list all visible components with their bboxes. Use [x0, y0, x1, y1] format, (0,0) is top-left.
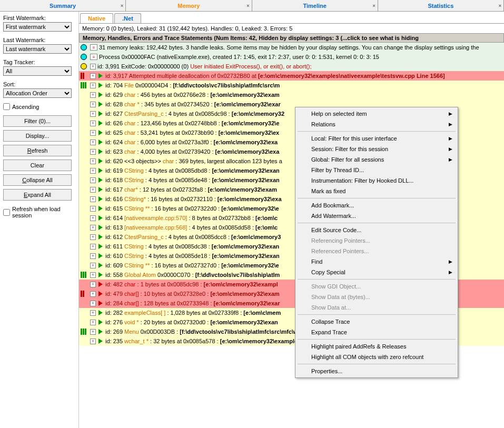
row-text: id: 479 char[] : 10 bytes at 0x027328e0 …	[105, 291, 280, 297]
submenu-arrow-icon: ▶	[449, 146, 452, 152]
main-tab-summary[interactable]: Summary×	[0, 0, 126, 11]
expand-icon[interactable]: +	[90, 263, 96, 268]
filter-button[interactable]: Filter (0)...	[3, 115, 72, 127]
expand-icon[interactable]: +	[90, 177, 96, 183]
menu-item[interactable]: Highlight all COM objects with zero refc…	[297, 352, 457, 362]
triangle-icon	[98, 121, 103, 126]
status-circle-icon	[80, 53, 87, 61]
triangle-icon	[98, 206, 103, 211]
sub-tab-net[interactable]: .Net	[114, 13, 141, 23]
row-text: id: 620 <<3 objects>> char : 369 bytes, …	[105, 158, 282, 164]
row-text: id: 3,991 ExitCode: 0x00000000 (0) User …	[97, 63, 312, 69]
expand-icon[interactable]: +	[90, 282, 96, 287]
display-button[interactable]: Display...	[3, 130, 72, 142]
context-menu: Help on selected item▶Relations▶Local: F…	[295, 107, 458, 378]
expand-icon[interactable]: +	[90, 253, 96, 259]
expand-icon[interactable]: +	[90, 121, 96, 126]
expand-icon[interactable]: +	[90, 320, 96, 325]
expand-icon[interactable]: +	[90, 339, 96, 344]
expand-icon[interactable]: +	[90, 196, 96, 202]
menu-item[interactable]: Expand Trace	[297, 327, 457, 337]
info-row[interactable]: ≡31 memory leaks: 192,442 bytes. 3 handl…	[79, 43, 504, 52]
close-icon[interactable]: ×	[372, 3, 375, 8]
close-icon[interactable]: ×	[499, 3, 501, 8]
menu-item[interactable]: Properties...	[297, 366, 457, 376]
row-text: id: 610 CString : 4 bytes at 0x0085de18 …	[105, 253, 280, 259]
menu-item[interactable]: Local: Filter for this user interface▶	[297, 133, 457, 144]
triangle-icon	[98, 73, 103, 78]
expand-icon[interactable]: +	[90, 92, 96, 98]
header-bar[interactable]: Memory, Handles, Errors and Trace Statem…	[79, 33, 504, 43]
info-row[interactable]: ≡Process 0x00000FAC (nativeExample.exe),…	[79, 52, 504, 62]
row-text: id: 625 char : 53,241 bytes at 0x0273bb9…	[105, 130, 279, 136]
expand-icon[interactable]: +	[90, 225, 96, 231]
sub-tab-native[interactable]: Native	[80, 13, 113, 23]
expand-icon[interactable]: +	[90, 130, 96, 136]
info-row[interactable]: +id: 3,991 ExitCode: 0x00000000 (0) User…	[79, 62, 504, 71]
ascending-checkbox[interactable]	[3, 103, 10, 110]
clear-button[interactable]: Clear	[3, 160, 72, 171]
menu-item[interactable]: Copy Special▶	[297, 267, 457, 277]
sub-tabs: Native.Net	[79, 12, 504, 23]
expand-icon[interactable]: +	[90, 272, 96, 278]
expand-icon[interactable]: +	[90, 168, 96, 174]
menu-item[interactable]: Find▶	[297, 256, 457, 267]
menu-item[interactable]: Collapse Trace	[297, 316, 457, 327]
menu-item: Referencing Pointers...	[297, 235, 457, 246]
expand-icon[interactable]: +	[90, 291, 96, 297]
refresh-load-checkbox[interactable]	[3, 209, 10, 216]
expand-icon[interactable]: +	[90, 187, 96, 193]
triangle-icon	[98, 329, 103, 334]
row-text: id: 628 char * : 345 bytes at 0x02734520…	[105, 101, 281, 107]
expand-icon[interactable]: +	[90, 83, 96, 88]
expand-icon[interactable]: +	[90, 244, 96, 250]
row-text: id: 617 char* : 12 bytes at 0x02732fa8 :…	[105, 186, 277, 193]
menu-item[interactable]: Session: Filter for this session▶	[297, 144, 457, 154]
expand-icon[interactable]: +	[90, 73, 96, 79]
expand-icon[interactable]: +	[90, 149, 96, 155]
submenu-arrow-icon: ▶	[449, 136, 452, 141]
expand-all-button[interactable]: Expand All	[3, 189, 72, 201]
expand-icon[interactable]: +	[90, 111, 96, 117]
expand-icon[interactable]: +	[90, 102, 96, 107]
main-tab-timeline[interactable]: Timeline×	[252, 0, 378, 11]
main-tab-memory[interactable]: Memory×	[126, 0, 252, 11]
expand-icon[interactable]: +	[90, 215, 96, 221]
expand-icon[interactable]: +	[90, 206, 96, 212]
menu-item[interactable]: Add Watermark...	[297, 211, 457, 221]
collapse-all-button[interactable]: Collapse All	[3, 174, 72, 186]
menu-item[interactable]: Edit Source Code...	[297, 225, 457, 235]
expand-icon[interactable]: +	[90, 329, 96, 335]
close-icon[interactable]: ×	[246, 3, 249, 8]
expand-icon[interactable]: +	[90, 158, 96, 164]
memory-row[interactable]: +id: 704 File 0x000004D4 : [f:\dd\vctool…	[79, 81, 504, 90]
menu-item[interactable]: Relations▶	[297, 119, 457, 130]
tag-tracker-select[interactable]: All	[3, 66, 72, 76]
expand-icon[interactable]: +	[90, 64, 96, 69]
menu-item[interactable]: Help on selected item▶	[297, 108, 457, 119]
menu-item[interactable]: Add Bookmark...	[297, 200, 457, 211]
row-text: id: 629 char : 456 bytes at 0x02766e28 :…	[105, 92, 280, 98]
menu-item[interactable]: Global: Filter for all sessions▶	[297, 154, 457, 165]
memory-row[interactable]: +id: 3,917 Attempted multiple deallocati…	[79, 71, 504, 81]
triangle-icon	[98, 140, 103, 145]
memory-row[interactable]: +id: 629 char : 456 bytes at 0x02766e28 …	[79, 90, 504, 99]
expand-icon[interactable]: +	[90, 234, 96, 240]
menu-item[interactable]: Filter by Thread ID...	[297, 165, 457, 175]
menu-item[interactable]: Mark as fixed	[297, 186, 457, 196]
menu-item: Referenced Pointers...	[297, 246, 457, 256]
menu-item[interactable]: Highlight paired AddRefs & Releases	[297, 341, 457, 352]
first-watermark-select[interactable]: First watermark	[3, 22, 72, 32]
triangle-icon	[98, 244, 103, 249]
row-text: id: 613 [nativeexample.cpp:568] : 4 byte…	[105, 224, 278, 231]
expand-icon[interactable]: +	[90, 140, 96, 145]
menu-item[interactable]: Instrumentation: Filter by Hooked DLL...	[297, 175, 457, 186]
close-icon[interactable]: ×	[121, 3, 123, 8]
expand-icon[interactable]: +	[90, 301, 96, 306]
sort-select[interactable]: Allocation Order	[3, 88, 72, 98]
expand-icon[interactable]: +	[90, 310, 96, 316]
main-tab-statistics[interactable]: Statistics×	[378, 0, 504, 11]
last-watermark-select[interactable]: Last watermark	[3, 44, 72, 54]
refresh-button[interactable]: Refresh	[3, 145, 72, 156]
row-text: id: 626 char : 123,456 bytes at 0x02748b…	[105, 120, 279, 126]
